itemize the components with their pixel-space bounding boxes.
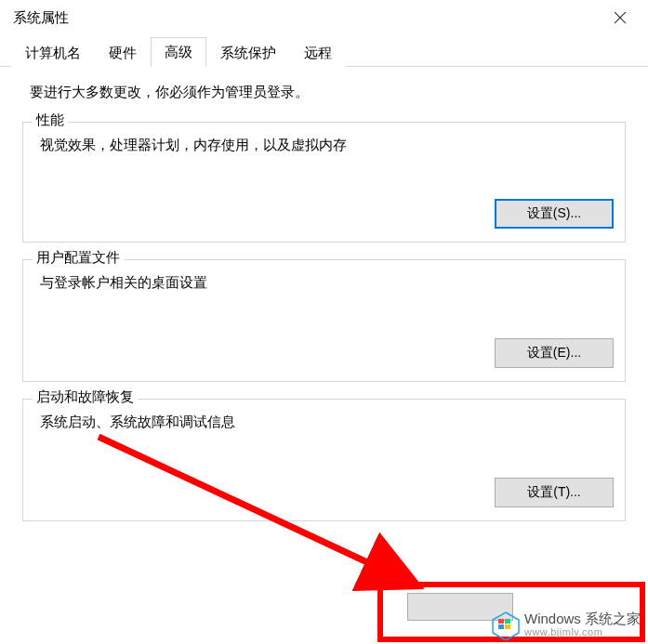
- svg-rect-7: [498, 624, 504, 629]
- admin-instruction: 要进行大多数更改，你必须作为管理员登录。: [22, 84, 626, 101]
- window-title: 系统属性: [13, 9, 69, 27]
- performance-settings-button[interactable]: 设置(S)...: [495, 199, 614, 229]
- tab-system-protection[interactable]: 系统保护: [206, 38, 290, 67]
- tab-remote[interactable]: 远程: [290, 38, 346, 67]
- svg-rect-6: [505, 619, 510, 624]
- close-button[interactable]: [605, 5, 635, 31]
- user-profile-settings-button[interactable]: 设置(E)...: [495, 338, 614, 368]
- tab-hardware[interactable]: 硬件: [95, 38, 151, 67]
- group-startup-title: 启动和故障恢复: [33, 388, 138, 406]
- tab-computer-name[interactable]: 计算机名: [11, 38, 95, 67]
- group-performance: 性能 视觉效果，处理器计划，内存使用，以及虚拟内存 设置(S)...: [22, 122, 626, 243]
- watermark-line1: Windows 系统之家: [524, 611, 641, 627]
- svg-rect-5: [498, 619, 504, 624]
- watermark-logo-icon: [491, 611, 519, 638]
- tab-advanced[interactable]: 高级: [151, 37, 206, 67]
- startup-settings-button[interactable]: 设置(T)...: [495, 478, 614, 507]
- tab-bar: 计算机名 硬件 高级 系统保护 远程: [0, 35, 648, 67]
- group-startup-desc: 系统启动、系统故障和调试信息: [34, 414, 614, 431]
- group-user-profile-desc: 与登录帐户相关的桌面设置: [34, 274, 614, 292]
- group-user-profile-title: 用户配置文件: [33, 249, 124, 267]
- watermark-line2: www.bjjmlv.com: [524, 626, 641, 637]
- group-startup-recovery: 启动和故障恢复 系统启动、系统故障和调试信息 设置(T)...: [22, 399, 626, 521]
- close-icon: [615, 12, 626, 23]
- group-performance-desc: 视觉效果，处理器计划，内存使用，以及虚拟内存: [34, 137, 614, 154]
- tab-content: 要进行大多数更改，你必须作为管理员登录。 性能 视觉效果，处理器计划，内存使用，…: [0, 67, 648, 553]
- svg-rect-8: [505, 624, 510, 629]
- group-performance-title: 性能: [33, 112, 68, 129]
- group-user-profile: 用户配置文件 与登录帐户相关的桌面设置 设置(E)...: [22, 259, 626, 382]
- titlebar: 系统属性: [0, 0, 648, 35]
- watermark: Windows 系统之家 www.bjjmlv.com: [491, 611, 641, 638]
